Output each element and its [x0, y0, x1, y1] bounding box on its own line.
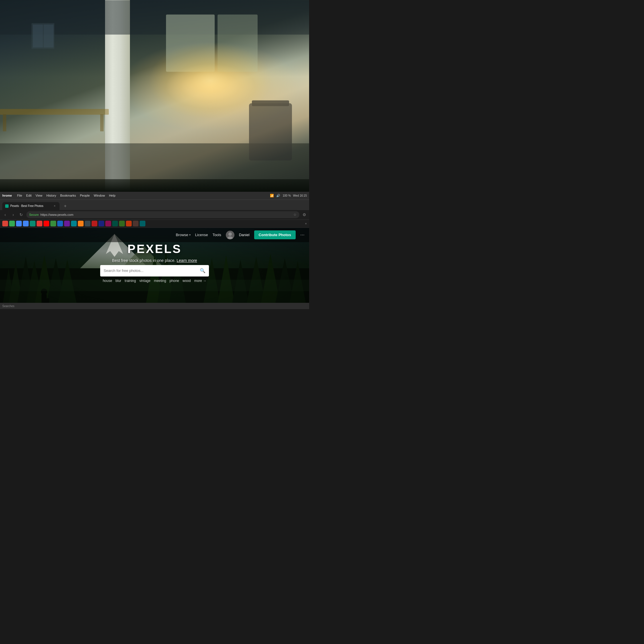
learn-more-link[interactable]: Learn more: [177, 258, 197, 263]
browser-tab-active[interactable]: Pexels · Best Free Photos ×: [2, 202, 60, 210]
svg-rect-7: [0, 109, 109, 115]
tag-meeting[interactable]: meeting: [154, 279, 166, 283]
wifi-icon: 📶: [270, 194, 274, 197]
ext-15: [133, 221, 139, 226]
extensions-bar: ×: [0, 220, 309, 228]
ext-10: [98, 221, 104, 226]
contribute-photos-button[interactable]: Contribute Photos: [254, 230, 296, 239]
pexels-website: Browse ▾ License Tools Daniel Contribute…: [0, 228, 309, 303]
svg-rect-9: [100, 114, 104, 131]
ext-5: [64, 221, 70, 226]
office-background: [0, 0, 309, 192]
status-text: Searches: [2, 305, 14, 308]
pexels-navbar: Browse ▾ License Tools Daniel Contribute…: [0, 228, 309, 242]
clock: Wed 16:15: [293, 194, 307, 197]
menu-help[interactable]: Help: [109, 194, 116, 197]
ext-8: [85, 221, 90, 226]
ext-13: [119, 221, 125, 226]
avatar-svg: [226, 231, 234, 239]
menu-bar-items: File Edit View History Bookmarks People …: [17, 194, 116, 197]
ext-gmail: [2, 221, 8, 226]
menu-people[interactable]: People: [80, 194, 90, 197]
user-avatar: [226, 231, 234, 239]
ext-4: [57, 221, 63, 226]
url-bar[interactable]: Secure https://www.pexels.com ☆: [26, 211, 299, 218]
ext-calendar: [16, 221, 22, 226]
url-bar-right: ☆: [293, 213, 297, 217]
hero-content: PEXELS Best free stock photos in one pla…: [100, 242, 209, 283]
ext-6: [71, 221, 77, 226]
hero-subtitle: Best free stock photos in one place. Lea…: [112, 258, 197, 263]
ext-close[interactable]: ×: [305, 222, 307, 225]
menu-bookmarks[interactable]: Bookmarks: [60, 194, 76, 197]
menu-bar-status: 📶 🔊 100 % Wed 16:15: [270, 194, 307, 197]
toolbar-icons: ⚙: [302, 212, 307, 217]
office-scene-svg: [0, 0, 309, 192]
star-icon[interactable]: ☆: [293, 213, 297, 217]
svg-rect-11: [249, 103, 292, 161]
more-options-button[interactable]: ···: [300, 232, 305, 238]
tools-link[interactable]: Tools: [212, 233, 221, 237]
ext-16: [140, 221, 145, 226]
extensions-icon[interactable]: ⚙: [302, 212, 307, 217]
ext-12: [112, 221, 118, 226]
tag-phone[interactable]: phone: [169, 279, 179, 283]
url-text: https://www.pexels.com: [40, 213, 73, 216]
search-tags: house blur training vintage meeting phon…: [103, 279, 206, 283]
svg-point-14: [228, 232, 232, 236]
ext-1: [30, 221, 35, 226]
reload-button[interactable]: ↻: [18, 212, 24, 218]
address-bar: ‹ › ↻ Secure https://www.pexels.com ☆ ⚙: [0, 210, 309, 220]
ext-todo: [23, 221, 29, 226]
ext-11: [105, 221, 111, 226]
site-title: PEXELS: [127, 242, 182, 256]
tab-bar: Pexels · Best Free Photos × +: [0, 200, 309, 210]
battery-level: 100 %: [283, 194, 291, 197]
menu-file[interactable]: File: [17, 194, 22, 197]
forward-button[interactable]: ›: [10, 212, 16, 218]
svg-rect-8: [3, 114, 6, 131]
search-input[interactable]: [104, 268, 197, 273]
new-tab-button[interactable]: +: [61, 202, 69, 210]
ext-7: [78, 221, 84, 226]
tag-training[interactable]: training: [125, 279, 136, 283]
ext-14: [126, 221, 132, 226]
tag-wood[interactable]: wood: [183, 279, 191, 283]
menu-edit[interactable]: Edit: [26, 194, 31, 197]
back-button[interactable]: ‹: [2, 212, 8, 218]
ext-9: [92, 221, 97, 226]
tab-close-button[interactable]: ×: [53, 204, 57, 208]
tag-blur[interactable]: blur: [116, 279, 121, 283]
secure-badge: Secure: [29, 213, 39, 216]
volume-icon: 🔊: [276, 194, 280, 197]
menu-window[interactable]: Window: [94, 194, 105, 197]
license-link[interactable]: License: [195, 233, 208, 237]
menu-view[interactable]: View: [35, 194, 42, 197]
browse-link[interactable]: Browse ▾: [176, 233, 190, 237]
tags-more[interactable]: more →: [194, 279, 206, 283]
tag-vintage[interactable]: vintage: [139, 279, 151, 283]
ext-youtube: [44, 221, 49, 226]
menu-bar: hrome File Edit View History Bookmarks P…: [0, 192, 309, 200]
ext-3: [50, 221, 56, 226]
browser-status-bar: Searches: [0, 303, 309, 309]
search-icon[interactable]: 🔍: [200, 268, 206, 273]
svg-rect-12: [252, 100, 289, 106]
browser-app-name: hrome: [2, 194, 12, 197]
ext-2: [37, 221, 42, 226]
ext-drive: [9, 221, 15, 226]
search-box[interactable]: 🔍: [100, 265, 209, 276]
browse-chevron: ▾: [189, 233, 191, 236]
tab-title: Pexels · Best Free Photos: [10, 204, 44, 208]
browser-shell: hrome File Edit View History Bookmarks P…: [0, 192, 309, 309]
user-name: Daniel: [239, 233, 250, 237]
tab-favicon: [5, 204, 9, 208]
menu-history[interactable]: History: [46, 194, 56, 197]
tag-house[interactable]: house: [103, 279, 112, 283]
screen-bezel: [0, 179, 309, 191]
